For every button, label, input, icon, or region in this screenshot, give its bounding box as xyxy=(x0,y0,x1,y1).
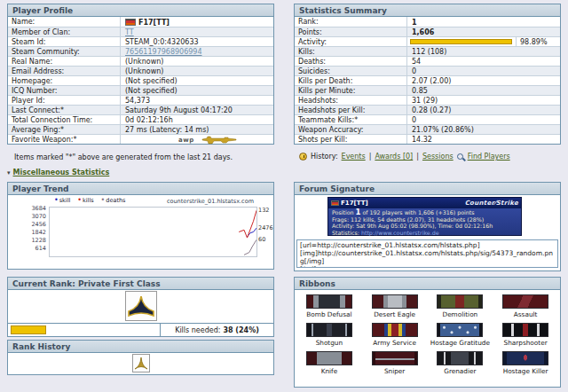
ribbon-label: Desert Eagle xyxy=(374,310,415,318)
miscellaneous-statistics-toggle[interactable]: ▾ Miscellaneous Statistics xyxy=(7,169,109,176)
legend-item: •kills xyxy=(77,197,93,204)
ribbon-label: Hostage Killer xyxy=(503,367,548,375)
profile-row-value: (Not specified) xyxy=(121,76,273,85)
stats-row-label: Kills per Minute: xyxy=(295,86,407,95)
rank-history-panel: Rank History xyxy=(7,340,274,375)
toggle-arrow-icon: ▾ xyxy=(7,169,11,176)
history-clock-icon xyxy=(299,153,307,161)
profile-row-value: (Unknown) xyxy=(121,67,273,75)
ribbon-image xyxy=(372,351,418,365)
flag-icon xyxy=(125,19,136,26)
profile-row-value: TT xyxy=(121,27,273,36)
activity-bar xyxy=(410,39,512,44)
ribbon-item: Grenadier xyxy=(428,351,493,375)
profile-row: Homepage:(Not specified) xyxy=(8,75,273,85)
stats-row: Teammate Kills:*0 xyxy=(295,114,560,124)
player-trend-chart: •skill•kills•deaths counterstrike_01.hls… xyxy=(8,195,273,269)
legend-dot-icon: • xyxy=(101,196,106,204)
activity-percent: 98.89% xyxy=(516,37,560,46)
history-link-sessions[interactable]: Sessions xyxy=(422,153,454,161)
profile-row-label: Steam Community: xyxy=(8,47,121,56)
ribbon-image xyxy=(437,294,483,309)
profile-row-value: F17[TT] xyxy=(121,17,273,27)
ribbon-label: Sharpshooter xyxy=(504,339,548,347)
current-rank-title: Current Rank: Private First Class xyxy=(8,278,273,290)
profile-row-value: Saturday 9th August 04:17:20 xyxy=(121,106,273,114)
signature-line-statistics: Statistics: http://www.counterstrike.de xyxy=(332,230,517,237)
ribbon-image xyxy=(306,351,352,365)
ribbon-image xyxy=(502,294,548,309)
profile-row-value: 0d 02:12:16h xyxy=(121,115,273,124)
stats-row-value: 1,606 xyxy=(407,27,560,36)
profile-row: Member of Clan:TT xyxy=(8,27,273,36)
miscellaneous-statistics-link[interactable]: Miscellaneous Statistics xyxy=(13,169,110,176)
stats-row-label: Weapon Accuracy: xyxy=(295,125,407,134)
trend-series-lines xyxy=(50,208,256,256)
ribbon-item: Sniper xyxy=(362,351,428,375)
ribbon-image xyxy=(437,323,483,337)
signature-bbcode-textarea[interactable]: [url=http://counterstrike_01.hlstatsx.co… xyxy=(296,239,558,268)
ribbon-label: Assault xyxy=(514,310,538,318)
ribbon-label: Shotgun xyxy=(316,339,343,347)
ribbon-label: Hostage Gratitude xyxy=(430,339,490,347)
stats-row: Deaths:54 xyxy=(295,56,560,66)
stats-row-label: Points: xyxy=(295,27,407,36)
kills-needed-label: Kills needed: xyxy=(175,326,220,334)
series-end-value-label: 60 xyxy=(258,236,265,243)
statistics-summary-table: Rank:1Points:1,606Activity:98.89%Kills:1… xyxy=(295,17,560,144)
profile-row-value: awp xyxy=(121,135,273,144)
ribbon-item: Knife xyxy=(296,351,362,375)
stats-row-label: Shots per Kill: xyxy=(295,135,407,144)
stats-row-value: 2.07 (2.00) xyxy=(407,76,560,85)
profile-row: Email Address:(Unknown) xyxy=(8,66,273,75)
stats-row: Activity:98.89% xyxy=(295,36,560,46)
player-profile-panel: Player Profile Name:F17[TT]Member of Cla… xyxy=(7,4,274,145)
profile-link[interactable]: 76561197968906994 xyxy=(125,48,202,56)
stats-row-value: 21.07% (20.86%) xyxy=(407,125,560,134)
weapon-rifle-icon xyxy=(201,136,237,145)
ribbon-label: Grenadier xyxy=(444,367,476,375)
forum-signature-panel: Forum Signature F17[TT] Counter⁄Strike P… xyxy=(294,182,561,271)
forum-signature-title: Forum Signature xyxy=(295,183,560,195)
stats-row-value: 0.85 xyxy=(407,86,560,95)
legend-item: •skill xyxy=(54,197,70,204)
player-profile-title: Player Profile xyxy=(8,4,273,17)
y-axis-tick-label: 3684 xyxy=(12,205,46,212)
profile-row: Last Connect:*Saturday 9th August 04:17:… xyxy=(8,105,273,114)
statistics-summary-title: Statistics Summary xyxy=(295,4,560,17)
chart-plot-area: 36843070245618421228614247613260 xyxy=(49,207,257,257)
profile-link[interactable]: TT xyxy=(125,28,134,36)
history-link-events[interactable]: Events xyxy=(342,153,366,161)
stats-row-value: 112 (108) xyxy=(407,47,560,56)
history-link-awards[interactable]: Awards [0] xyxy=(375,153,413,161)
rank-progress-bar xyxy=(11,325,46,334)
y-axis-tick-label: 2456 xyxy=(12,221,46,228)
ribbon-label: Knife xyxy=(321,367,338,375)
ribbon-image xyxy=(372,294,418,309)
stats-row: Kills per Death:2.07 (2.00) xyxy=(295,75,560,85)
signature-player-name: F17[TT] xyxy=(331,200,368,207)
flag-icon xyxy=(331,200,339,206)
profile-row: Real Name:(Unknown) xyxy=(8,56,273,66)
profile-row-label: Steam Id: xyxy=(8,37,121,46)
find-players-link[interactable]: Find Players xyxy=(468,153,510,161)
stats-row: Weapon Accuracy:21.07% (20.86%) xyxy=(295,124,560,134)
stats-row-label: Headshots per Kill: xyxy=(295,106,407,114)
legend-dot-icon: • xyxy=(54,196,59,204)
separator: | xyxy=(369,153,372,161)
kills-needed: Kills needed: 38 (24%) xyxy=(160,324,273,336)
ribbons-title: Ribbons xyxy=(295,278,560,290)
stats-row-label: Rank: xyxy=(295,17,407,27)
stats-row-label: Headshots: xyxy=(295,96,407,105)
ribbon-image xyxy=(437,351,483,365)
profile-row-value: (Not specified) xyxy=(121,86,273,95)
ribbon-image xyxy=(502,351,548,365)
signature-image: F17[TT] Counter⁄Strike Position 1 of 192… xyxy=(327,197,522,236)
statistics-summary-panel: Statistics Summary Rank:1Points:1,606Act… xyxy=(294,4,561,145)
stats-row-label: Kills: xyxy=(295,47,407,56)
signature-banner-stats: Position 1 of 192 players with 1,606 (+3… xyxy=(328,208,521,235)
profile-row-value: 54,373 xyxy=(121,96,273,105)
history-label: History: xyxy=(311,153,338,161)
profile-row-value: 27 ms (Latency: 14 ms) xyxy=(121,125,273,134)
profile-row: Favorite Weapon:*awp xyxy=(8,134,273,144)
